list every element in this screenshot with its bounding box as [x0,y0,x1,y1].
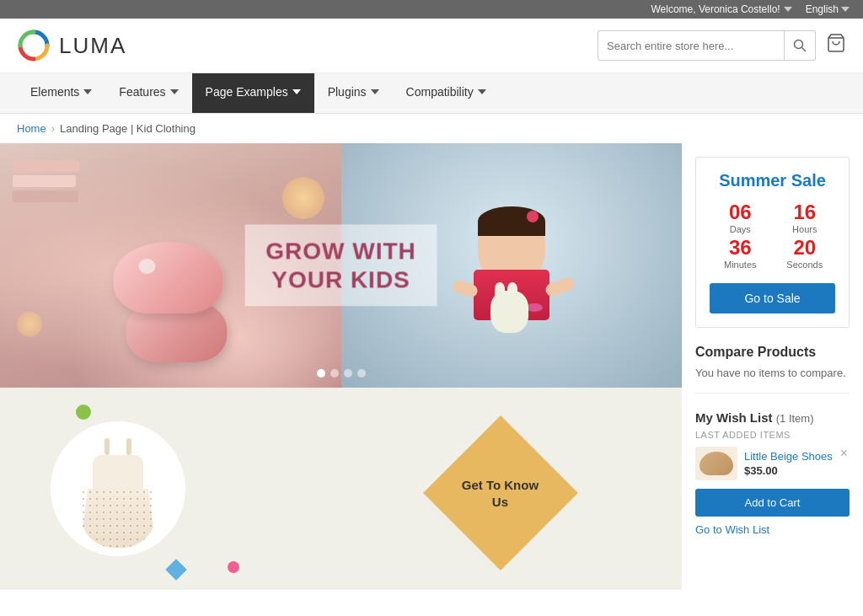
wishlist-shoe-visual [700,452,733,475]
dress-bodice [93,455,143,489]
search-button[interactable] [784,31,815,60]
clothes-layer-1 [13,160,80,172]
wishlist-last-added-label: Last Added Items [695,430,850,440]
main-layout: GROW WITH YOUR KIDS [0,143,863,590]
search-input[interactable] [598,40,784,52]
countdown-days: 06 Days [710,202,771,234]
diamond-text-line2: Us [492,494,508,508]
wishlist-title-text: My Wish List [695,410,773,425]
welcome-text: Welcome, Veronica Costello! [651,3,780,15]
go-to-wishlist-link[interactable]: Go to Wish List [695,523,850,536]
shoe-decoration [139,259,156,274]
wishlist-remove-button[interactable]: × [839,447,850,460]
hero-banner: GROW WITH YOUR KIDS [0,143,682,388]
nav-page-examples-label: Page Examples [206,85,288,99]
wishlist-item: Little Beige Shoes $35.00 × [695,447,850,480]
language-chevron-icon [841,5,850,13]
svg-point-1 [795,40,803,49]
wishlist-item-price: $35.00 [744,464,850,477]
dress-skirt-wrap [80,489,156,548]
nav-plugins-label: Plugins [328,85,367,99]
nav-item-elements[interactable]: Elements [17,73,105,113]
dress-visual [80,438,156,539]
summer-sale-title: Summer Sale [710,171,835,190]
diamond-badge: Get To Know Us [423,415,578,570]
cart-icon [826,33,846,53]
section-below: Get To Know Us [0,388,682,590]
diamond-text-line1: Get To Know [462,477,539,491]
minutes-value: 36 [710,238,771,258]
bokeh-2 [17,312,42,337]
main-nav: Elements Features Page Examples Plugins … [0,73,863,114]
wishlist-item-thumbnail [695,447,737,480]
bokeh-1 [282,177,324,219]
child-figure [461,206,562,324]
stuffed-animal [490,291,528,333]
logo[interactable]: LUMA [17,29,126,62]
hero-text-overlay: GROW WITH YOUR KIDS [244,224,437,306]
strap-right [126,438,131,455]
compare-products-title: Compare Products [695,345,850,360]
top-bar: Welcome, Veronica Costello! English [0,0,863,19]
hours-label: Hours [775,224,836,234]
seconds-value: 20 [775,238,836,258]
header: LUMA [0,19,863,73]
hours-value: 16 [775,202,836,222]
days-value: 06 [710,202,771,222]
svg-line-2 [802,48,807,52]
clothes-layer-2 [13,175,76,187]
hero-text-line1: GROW WITH [265,237,416,265]
compare-products-widget: Compare Products You have no items to co… [695,345,850,394]
go-to-sale-button[interactable]: Go to Sale [710,283,835,313]
breadcrumb-current: Landing Page | Kid Clothing [60,122,196,135]
plugins-chevron-icon [371,88,379,96]
carousel-dots [317,369,366,378]
clothes-stack [13,160,80,202]
logo-icon [17,29,51,62]
clothes-layer-3 [13,190,78,202]
header-right [598,30,846,61]
countdown-grid: 06 Days 16 Hours 36 Minutes 20 Seconds [710,202,835,270]
content-area: GROW WITH YOUR KIDS [0,143,682,590]
nav-item-plugins[interactable]: Plugins [314,73,393,113]
wishlist-widget: My Wish List (1 Item) Last Added Items L… [695,410,850,536]
carousel-dot-3[interactable] [344,369,352,378]
breadcrumb-separator: › [51,122,55,135]
bunny-ear-1 [495,282,505,296]
add-to-cart-button[interactable]: Add to Cart [695,489,850,517]
carousel-dot-4[interactable] [357,369,366,378]
butterfly [526,303,543,312]
countdown-hours: 16 Hours [775,202,836,234]
breadcrumb: Home › Landing Page | Kid Clothing [0,114,863,143]
carousel-dot-1[interactable] [317,369,325,378]
nav-elements-label: Elements [30,85,79,99]
green-dot [76,404,91,420]
nav-features-label: Features [119,85,165,99]
cart-button[interactable] [826,33,846,58]
language-selector[interactable]: English [806,3,850,15]
dress-straps [80,438,156,455]
pink-dot [228,561,239,573]
page-examples-chevron-icon [292,88,301,96]
countdown-minutes: 36 Minutes [710,238,771,270]
wishlist-item-name[interactable]: Little Beige Shoes [744,450,850,464]
welcome-message[interactable]: Welcome, Veronica Costello! [651,3,791,15]
nav-item-compatibility[interactable]: Compatibility [393,73,500,113]
logo-text: LUMA [59,33,126,59]
breadcrumb-home-link[interactable]: Home [17,122,46,135]
shoes-visual [114,242,228,362]
nav-item-features[interactable]: Features [105,73,191,113]
summer-sale-widget: Summer Sale 06 Days 16 Hours 36 Minutes … [695,157,850,328]
countdown-seconds: 20 Seconds [775,238,836,270]
shoe-1 [114,242,223,313]
welcome-chevron-icon [784,5,792,13]
seconds-label: Seconds [775,260,836,270]
minutes-label: Minutes [710,260,771,270]
carousel-dot-2[interactable] [330,369,339,378]
search-box[interactable] [598,30,816,61]
diamond-text: Get To Know Us [462,476,539,509]
nav-item-page-examples[interactable]: Page Examples [192,73,314,113]
hair-accessory [527,211,539,222]
compare-empty-text: You have no items to compare. [695,367,850,379]
wishlist-title: My Wish List (1 Item) [695,410,850,425]
